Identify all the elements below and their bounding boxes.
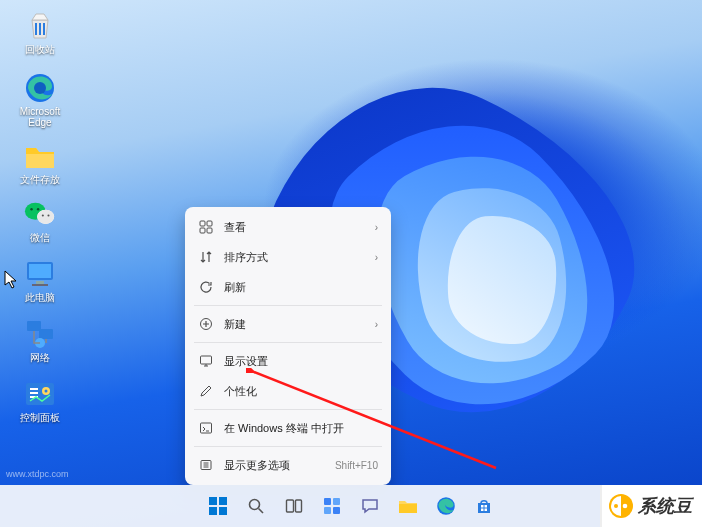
svg-rect-28 xyxy=(207,228,212,233)
personalize-icon xyxy=(198,383,214,399)
recycle-bin-icon xyxy=(24,10,56,42)
menu-item-more-options[interactable]: 显示更多选项 Shift+F10 xyxy=(188,450,388,480)
svg-rect-51 xyxy=(485,509,488,512)
windows-icon xyxy=(208,496,228,516)
desktop-icon-label: 控制面板 xyxy=(10,412,70,423)
svg-rect-42 xyxy=(324,498,331,505)
svg-point-8 xyxy=(30,208,32,210)
svg-rect-30 xyxy=(201,356,212,364)
chevron-right-icon: › xyxy=(375,222,378,233)
svg-point-11 xyxy=(47,214,49,216)
svg-rect-34 xyxy=(209,497,217,505)
more-options-icon xyxy=(198,457,214,473)
svg-rect-2 xyxy=(43,23,45,35)
svg-rect-15 xyxy=(32,284,48,286)
menu-item-personalize[interactable]: 个性化 xyxy=(188,376,388,406)
chevron-right-icon: › xyxy=(375,252,378,263)
menu-item-open-terminal[interactable]: 在 Windows 终端 中打开 xyxy=(188,413,388,443)
svg-point-24 xyxy=(45,390,48,393)
menu-label: 刷新 xyxy=(224,280,378,295)
svg-point-38 xyxy=(250,500,260,510)
desktop-context-menu: 查看 › 排序方式 › 刷新 新建 › 显示设置 个性化 xyxy=(185,207,391,485)
svg-point-9 xyxy=(37,208,39,210)
svg-point-7 xyxy=(37,210,54,224)
taskbar-explorer[interactable] xyxy=(393,491,423,521)
menu-shortcut: Shift+F10 xyxy=(335,460,378,471)
file-explorer-icon xyxy=(398,497,418,515)
menu-separator xyxy=(194,342,382,343)
chevron-right-icon: › xyxy=(375,319,378,330)
svg-rect-50 xyxy=(481,509,484,512)
menu-item-display-settings[interactable]: 显示设置 xyxy=(188,346,388,376)
taskbar-task-view[interactable] xyxy=(279,491,309,521)
svg-rect-49 xyxy=(485,505,488,508)
desktop-icon-label: 网络 xyxy=(10,352,70,363)
svg-rect-22 xyxy=(30,392,38,394)
svg-rect-17 xyxy=(39,329,53,339)
sort-icon xyxy=(198,249,214,265)
taskbar-chat[interactable] xyxy=(355,491,385,521)
svg-rect-16 xyxy=(27,321,41,331)
menu-item-view[interactable]: 查看 › xyxy=(188,212,388,242)
watermark-url: www.xtdpc.com xyxy=(6,469,69,479)
taskbar-store[interactable] xyxy=(469,491,499,521)
network-icon xyxy=(24,318,56,350)
desktop-icon-label: 回收站 xyxy=(10,44,70,55)
menu-separator xyxy=(194,305,382,306)
taskbar xyxy=(0,485,702,527)
desktop-icon-folder[interactable]: 文件存放 xyxy=(10,140,70,185)
taskbar-widgets[interactable] xyxy=(317,491,347,521)
edge-icon xyxy=(436,496,456,516)
svg-rect-45 xyxy=(333,507,340,514)
this-pc-icon xyxy=(24,258,56,290)
folder-icon xyxy=(24,140,56,172)
menu-item-new[interactable]: 新建 › xyxy=(188,309,388,339)
taskbar-edge[interactable] xyxy=(431,491,461,521)
svg-rect-41 xyxy=(296,500,302,512)
svg-rect-35 xyxy=(219,497,227,505)
desktop-icon-label: 微信 xyxy=(10,232,70,243)
desktop-icon-network[interactable]: 网络 xyxy=(10,318,70,363)
menu-label: 查看 xyxy=(224,220,378,235)
desktop-icon-label: Microsoft Edge xyxy=(10,106,70,128)
view-icon xyxy=(198,219,214,235)
menu-label: 排序方式 xyxy=(224,250,378,265)
desktop[interactable]: 回收站 Microsoft Edge 文件存放 微信 此电脑 网络 xyxy=(0,0,702,527)
menu-label: 显示更多选项 xyxy=(224,458,335,473)
svg-rect-14 xyxy=(36,281,44,284)
menu-label: 显示设置 xyxy=(224,354,378,369)
desktop-icon-recycle-bin[interactable]: 回收站 xyxy=(10,10,70,55)
svg-rect-43 xyxy=(333,498,340,505)
svg-point-54 xyxy=(623,504,628,509)
svg-rect-40 xyxy=(287,500,294,512)
svg-rect-27 xyxy=(200,228,205,233)
start-button[interactable] xyxy=(203,491,233,521)
menu-item-refresh[interactable]: 刷新 xyxy=(188,272,388,302)
desktop-icon-control-panel[interactable]: 控制面板 xyxy=(10,378,70,423)
desktop-icon-wechat[interactable]: 微信 xyxy=(10,198,70,243)
control-panel-icon xyxy=(24,378,56,410)
brand-logo-icon xyxy=(608,493,634,519)
terminal-icon xyxy=(198,420,214,436)
svg-rect-21 xyxy=(30,388,38,390)
store-icon xyxy=(475,497,493,515)
edge-icon xyxy=(24,72,56,104)
wechat-icon xyxy=(24,198,56,230)
desktop-icon-edge[interactable]: Microsoft Edge xyxy=(10,72,70,128)
task-view-icon xyxy=(285,497,303,515)
svg-rect-1 xyxy=(39,23,41,35)
taskbar-search[interactable] xyxy=(241,491,271,521)
svg-rect-36 xyxy=(209,507,217,515)
menu-separator xyxy=(194,446,382,447)
svg-rect-44 xyxy=(324,507,331,514)
menu-item-sort[interactable]: 排序方式 › xyxy=(188,242,388,272)
svg-rect-13 xyxy=(29,264,51,278)
cursor-icon xyxy=(4,270,20,290)
chat-icon xyxy=(361,497,379,515)
svg-rect-37 xyxy=(219,507,227,515)
display-settings-icon xyxy=(198,353,214,369)
widgets-icon xyxy=(323,497,341,515)
desktop-icon-label: 文件存放 xyxy=(10,174,70,185)
desktop-icon-label: 此电脑 xyxy=(10,292,70,303)
menu-label: 在 Windows 终端 中打开 xyxy=(224,421,378,436)
